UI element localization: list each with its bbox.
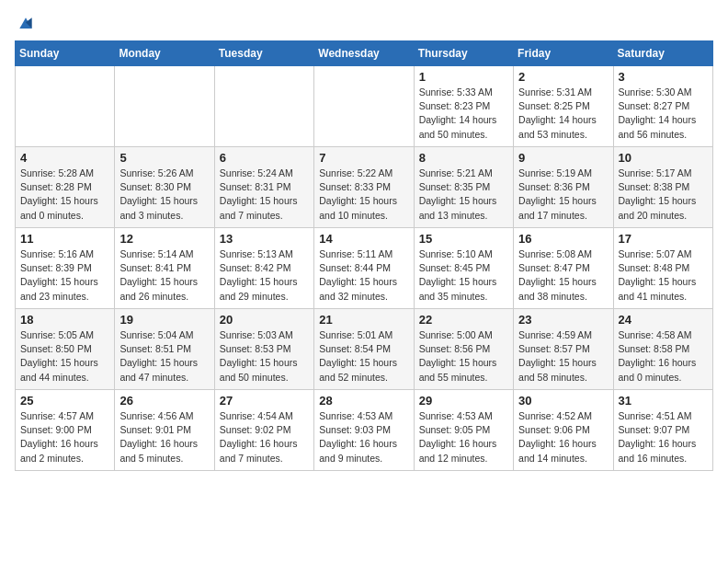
day-number: 12	[119, 232, 209, 246]
cell-info: Sunset: 8:33 PM	[319, 180, 408, 194]
cell-info: Sunset: 8:41 PM	[119, 261, 209, 275]
cell-info: Sunrise: 5:00 AM	[419, 328, 508, 342]
calendar-cell: 12Sunrise: 5:14 AMSunset: 8:41 PMDayligh…	[115, 228, 214, 309]
calendar-cell: 20Sunrise: 5:03 AMSunset: 8:53 PMDayligh…	[214, 309, 313, 390]
page-header	[15, 15, 713, 33]
calendar-cell	[115, 66, 214, 147]
day-number: 13	[220, 232, 309, 246]
cell-info: and 10 minutes.	[319, 209, 408, 223]
cell-info: Sunset: 9:00 PM	[20, 423, 109, 437]
cell-info: and 41 minutes.	[619, 290, 708, 304]
cell-info: Daylight: 15 hours	[220, 194, 309, 208]
cell-info: Daylight: 15 hours	[419, 356, 508, 370]
week-row-5: 25Sunrise: 4:57 AMSunset: 9:00 PMDayligh…	[16, 390, 713, 471]
cell-info: Sunset: 8:31 PM	[220, 180, 309, 194]
cell-info: and 0 minutes.	[619, 371, 708, 385]
day-number: 4	[20, 151, 109, 165]
cell-info: Daylight: 14 hours	[619, 113, 708, 127]
cell-info: Daylight: 16 hours	[619, 356, 708, 370]
day-number: 17	[619, 232, 708, 246]
cell-info: Sunset: 8:53 PM	[220, 342, 309, 356]
day-number: 1	[419, 70, 508, 84]
calendar-cell: 11Sunrise: 5:16 AMSunset: 8:39 PMDayligh…	[16, 228, 115, 309]
calendar-cell: 3Sunrise: 5:30 AMSunset: 8:27 PMDaylight…	[613, 66, 712, 147]
cell-info: Sunrise: 5:16 AM	[20, 247, 109, 261]
cell-info: and 13 minutes.	[419, 209, 508, 223]
cell-info: and 26 minutes.	[119, 290, 209, 304]
cell-info: Sunrise: 4:56 AM	[119, 409, 209, 423]
day-number: 26	[119, 394, 209, 408]
calendar-cell: 28Sunrise: 4:53 AMSunset: 9:03 PMDayligh…	[314, 390, 414, 471]
cell-info: Sunset: 8:42 PM	[220, 261, 309, 275]
cell-info: Daylight: 16 hours	[518, 437, 608, 451]
cell-info: and 17 minutes.	[518, 209, 608, 223]
cell-info: Sunset: 8:50 PM	[20, 342, 109, 356]
day-number: 10	[619, 151, 708, 165]
day-number: 6	[220, 151, 309, 165]
cell-info: and 58 minutes.	[518, 371, 608, 385]
calendar-cell: 2Sunrise: 5:31 AMSunset: 8:25 PMDaylight…	[514, 66, 613, 147]
cell-info: Sunrise: 5:33 AM	[419, 86, 508, 99]
cell-info: Sunset: 8:35 PM	[419, 180, 508, 194]
cell-info: Sunset: 8:57 PM	[518, 342, 608, 356]
cell-info: Sunrise: 5:04 AM	[119, 328, 209, 342]
cell-info: and 12 minutes.	[419, 452, 508, 465]
cell-info: Sunrise: 5:28 AM	[20, 167, 109, 180]
cell-info: Sunrise: 5:08 AM	[518, 247, 608, 261]
day-number: 29	[419, 394, 508, 408]
cell-info: Sunset: 8:36 PM	[518, 180, 608, 194]
cell-info: Daylight: 15 hours	[518, 356, 608, 370]
cell-info: Sunset: 9:01 PM	[119, 423, 209, 437]
calendar-cell: 24Sunrise: 4:58 AMSunset: 8:58 PMDayligh…	[613, 309, 712, 390]
cell-info: Sunrise: 4:57 AM	[20, 409, 109, 423]
calendar-cell: 21Sunrise: 5:01 AMSunset: 8:54 PMDayligh…	[314, 309, 414, 390]
cell-info: Daylight: 15 hours	[119, 275, 209, 289]
cell-info: Daylight: 15 hours	[220, 275, 309, 289]
calendar-cell: 19Sunrise: 5:04 AMSunset: 8:51 PMDayligh…	[115, 309, 214, 390]
col-header-friday: Friday	[514, 41, 613, 66]
week-row-2: 4Sunrise: 5:28 AMSunset: 8:28 PMDaylight…	[16, 147, 713, 228]
cell-info: and 53 minutes.	[518, 128, 608, 142]
day-number: 25	[20, 394, 109, 408]
day-number: 30	[518, 394, 608, 408]
cell-info: Sunrise: 5:30 AM	[619, 86, 708, 99]
cell-info: Sunrise: 5:10 AM	[419, 247, 508, 261]
cell-info: Sunrise: 4:54 AM	[220, 409, 309, 423]
calendar-cell: 5Sunrise: 5:26 AMSunset: 8:30 PMDaylight…	[115, 147, 214, 228]
day-number: 19	[119, 313, 209, 327]
cell-info: Daylight: 14 hours	[419, 113, 508, 127]
cell-info: Daylight: 15 hours	[119, 194, 209, 208]
calendar-cell: 15Sunrise: 5:10 AMSunset: 8:45 PMDayligh…	[414, 228, 513, 309]
cell-info: Sunrise: 5:05 AM	[20, 328, 109, 342]
cell-info: Sunrise: 5:17 AM	[619, 167, 708, 180]
cell-info: Sunset: 8:51 PM	[119, 342, 209, 356]
day-number: 18	[20, 313, 109, 327]
cell-info: Daylight: 15 hours	[518, 194, 608, 208]
cell-info: Sunrise: 5:26 AM	[119, 167, 209, 180]
cell-info: Daylight: 15 hours	[319, 194, 408, 208]
cell-info: Sunrise: 5:31 AM	[518, 86, 608, 99]
col-header-tuesday: Tuesday	[214, 41, 313, 66]
cell-info: Daylight: 15 hours	[20, 275, 109, 289]
cell-info: Sunrise: 4:53 AM	[419, 409, 508, 423]
cell-info: Daylight: 15 hours	[619, 194, 708, 208]
cell-info: and 7 minutes.	[220, 452, 309, 465]
calendar-cell: 14Sunrise: 5:11 AMSunset: 8:44 PMDayligh…	[314, 228, 414, 309]
day-number: 8	[419, 151, 508, 165]
cell-info: and 9 minutes.	[319, 452, 408, 465]
cell-info: and 14 minutes.	[518, 452, 608, 465]
day-number: 28	[319, 394, 408, 408]
cell-info: and 50 minutes.	[419, 128, 508, 142]
cell-info: Daylight: 16 hours	[20, 437, 109, 451]
cell-info: Sunrise: 5:01 AM	[319, 328, 408, 342]
cell-info: and 5 minutes.	[119, 452, 209, 465]
cell-info: Daylight: 16 hours	[419, 437, 508, 451]
calendar-cell: 22Sunrise: 5:00 AMSunset: 8:56 PMDayligh…	[414, 309, 513, 390]
cell-info: Daylight: 16 hours	[119, 437, 209, 451]
week-row-3: 11Sunrise: 5:16 AMSunset: 8:39 PMDayligh…	[16, 228, 713, 309]
day-number: 2	[518, 70, 608, 84]
day-number: 3	[619, 70, 708, 84]
cell-info: Sunset: 8:30 PM	[119, 180, 209, 194]
cell-info: and 20 minutes.	[619, 209, 708, 223]
calendar-cell: 29Sunrise: 4:53 AMSunset: 9:05 PMDayligh…	[414, 390, 513, 471]
